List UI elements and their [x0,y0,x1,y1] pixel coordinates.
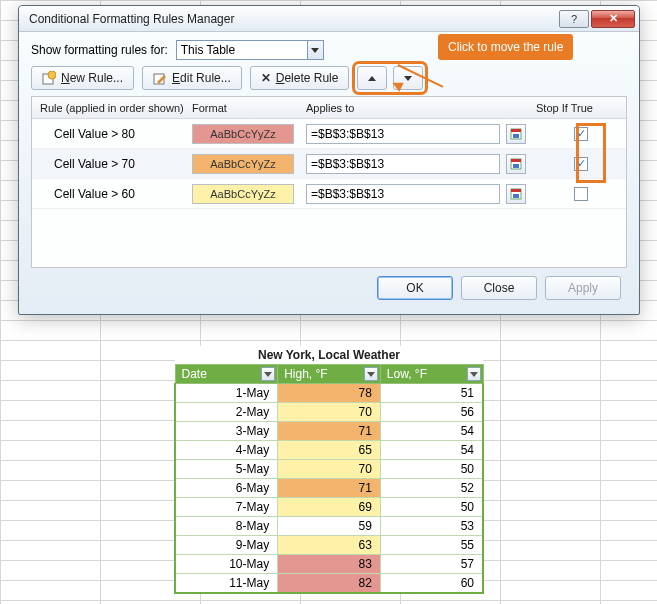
cell-low[interactable]: 50 [380,498,483,517]
col-low: Low, °F [387,367,427,381]
window-close-button[interactable]: ✕ [591,10,635,28]
table-row: 8-May5953 [175,517,483,536]
header-stop: Stop If True [536,102,626,114]
cell-low[interactable]: 60 [380,574,483,594]
move-rule-up-button[interactable] [357,66,387,90]
cell-high[interactable]: 63 [278,536,381,555]
arrow-up-icon [368,76,376,81]
filter-high-button[interactable] [364,367,378,381]
table-row: 4-May6554 [175,441,483,460]
applies-to-input[interactable]: =$B$3:$B$13 [306,124,500,144]
rule-row[interactable]: Cell Value > 70AaBbCcYyZz=$B$3:$B$13 [32,149,626,179]
cell-date[interactable]: 3-May [175,422,278,441]
cell-low[interactable]: 54 [380,441,483,460]
table-row: 9-May6355 [175,536,483,555]
cell-date[interactable]: 7-May [175,498,278,517]
scope-label: Show formatting rules for: [31,43,168,57]
range-picker-icon [510,188,522,200]
scope-select[interactable]: This Table [176,40,324,60]
dialog-title: Conditional Formatting Rules Manager [29,12,557,26]
rule-row[interactable]: Cell Value > 80AaBbCcYyZz=$B$3:$B$13 [32,119,626,149]
cell-date[interactable]: 2-May [175,403,278,422]
dialog-titlebar[interactable]: Conditional Formatting Rules Manager ? ✕ [19,6,639,32]
weather-header-row: Date High, °F Low, °F [175,365,483,384]
cell-low[interactable]: 51 [380,384,483,403]
cell-high[interactable]: 65 [278,441,381,460]
cell-high[interactable]: 70 [278,460,381,479]
callout-text: Click to move the rule [448,40,563,54]
stop-if-true-checkbox[interactable] [574,127,588,141]
edit-rule-icon [153,71,167,85]
apply-button[interactable]: Apply [545,276,621,300]
col-high: High, °F [284,367,327,381]
range-picker-button[interactable] [506,124,526,144]
arrow-down-icon [404,76,412,81]
new-rule-button[interactable]: New Rule... [31,66,134,90]
cell-low[interactable]: 57 [380,555,483,574]
close-button[interactable]: Close [461,276,537,300]
cell-date[interactable]: 11-May [175,574,278,594]
range-picker-icon [510,158,522,170]
format-preview: AaBbCcYyZz [192,184,294,204]
range-picker-button[interactable] [506,184,526,204]
delete-rule-button[interactable]: ✕ Delete Rule [250,66,350,90]
cell-low[interactable]: 56 [380,403,483,422]
weather-table: New York, Local Weather Date High, °F Lo… [174,346,484,594]
cell-low[interactable]: 53 [380,517,483,536]
svg-rect-5 [513,134,519,138]
rule-row[interactable]: Cell Value > 60AaBbCcYyZz=$B$3:$B$13 [32,179,626,209]
rules-header: Rule (applied in order shown) Format App… [32,97,626,119]
applies-to-input[interactable]: =$B$3:$B$13 [306,154,500,174]
rule-name: Cell Value > 60 [32,187,192,201]
cell-high[interactable]: 71 [278,479,381,498]
cell-date[interactable]: 6-May [175,479,278,498]
range-picker-button[interactable] [506,154,526,174]
cell-date[interactable]: 4-May [175,441,278,460]
cell-high[interactable]: 83 [278,555,381,574]
table-row: 10-May8357 [175,555,483,574]
rule-name: Cell Value > 70 [32,157,192,171]
cell-low[interactable]: 54 [380,422,483,441]
svg-rect-11 [513,194,519,198]
svg-rect-8 [513,164,519,168]
cell-date[interactable]: 8-May [175,517,278,536]
cell-date[interactable]: 10-May [175,555,278,574]
new-rule-icon [42,71,56,85]
col-date: Date [182,367,207,381]
dropdown-icon[interactable] [307,41,323,59]
header-rule: Rule (applied in order shown) [32,102,192,114]
table-row: 3-May7154 [175,422,483,441]
svg-rect-10 [511,189,521,192]
table-row: 11-May8260 [175,574,483,594]
table-row: 7-May6950 [175,498,483,517]
scope-value: This Table [181,43,235,57]
filter-low-button[interactable] [467,367,481,381]
stop-if-true-checkbox[interactable] [574,187,588,201]
cell-low[interactable]: 55 [380,536,483,555]
table-row: 2-May7056 [175,403,483,422]
dialog-footer: OK Close Apply [31,268,627,304]
cell-low[interactable]: 52 [380,479,483,498]
cell-low[interactable]: 50 [380,460,483,479]
applies-to-input[interactable]: =$B$3:$B$13 [306,184,500,204]
cell-high[interactable]: 78 [278,384,381,403]
filter-date-button[interactable] [261,367,275,381]
stop-if-true-checkbox[interactable] [574,157,588,171]
format-preview: AaBbCcYyZz [192,154,294,174]
cell-high[interactable]: 71 [278,422,381,441]
cell-high[interactable]: 59 [278,517,381,536]
cell-date[interactable]: 9-May [175,536,278,555]
cell-high[interactable]: 70 [278,403,381,422]
table-row: 5-May7050 [175,460,483,479]
cell-date[interactable]: 1-May [175,384,278,403]
range-picker-icon [510,128,522,140]
edit-rule-button[interactable]: Edit Rule... [142,66,242,90]
help-button[interactable]: ? [559,10,589,28]
cell-date[interactable]: 5-May [175,460,278,479]
ok-button[interactable]: OK [377,276,453,300]
cell-high[interactable]: 82 [278,574,381,594]
header-applies: Applies to [306,102,536,114]
cell-high[interactable]: 69 [278,498,381,517]
callout-tooltip: Click to move the rule [438,34,573,60]
rules-rows: Cell Value > 80AaBbCcYyZz=$B$3:$B$13Cell… [32,119,626,209]
